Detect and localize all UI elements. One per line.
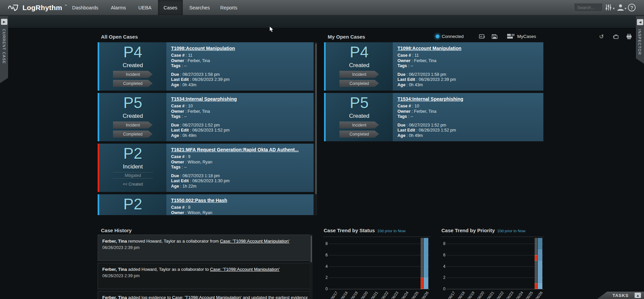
case-priority-label: P4	[350, 44, 369, 60]
chart-range-label[interactable]: 10d prior to Now	[377, 229, 406, 233]
y-axis-tick-label: 8	[441, 241, 445, 246]
current-case-tab-label[interactable]: CURRENT CASE	[2, 29, 6, 64]
history-actor: Ferber, Tina	[102, 267, 127, 272]
meta-separator: :	[415, 128, 419, 133]
case-card[interactable]: P2IncidentMitigated<< CreatedT1621:MFA R…	[98, 144, 314, 192]
tab-alarms[interactable]: Alarms	[106, 0, 130, 15]
case-card[interactable]: P4CreatedIncidentCompletedT1098:Account …	[98, 42, 314, 91]
meta-label: Due	[171, 123, 179, 128]
user-icon[interactable]	[616, 3, 625, 11]
x-axis-tick-label: 06/24	[400, 291, 409, 299]
tab-ueba[interactable]: UEBA	[133, 0, 156, 15]
status-change-button[interactable]: Incident	[339, 71, 379, 78]
bar-segment-primary	[538, 249, 542, 261]
logrhythm-logo-icon	[8, 3, 20, 13]
meta-label: Case #	[397, 104, 411, 108]
status-change-button[interactable]: Completed	[113, 131, 153, 138]
case-meta-row: Tags : --	[171, 165, 309, 170]
case-meta-dates: Due : 06/27/2023 1:18 pmLast Edit : 06/2…	[171, 173, 309, 189]
tasks-label: TASKS	[612, 293, 629, 298]
top-nav-bar: LogRhythm ™ DashboardsAlarmsUEBACasesSea…	[0, 0, 644, 15]
case-status-label: Created	[123, 113, 143, 119]
case-meta-row: Case # : 10	[397, 104, 539, 109]
case-card-priority-pane: P5CreatedIncidentCompleted	[99, 93, 166, 141]
history-case-link[interactable]: Case: 'T1098:Account Manipulation'	[210, 267, 279, 272]
meta-value: --	[184, 63, 187, 68]
undo-icon[interactable]: ↺	[599, 33, 604, 40]
meta-label: Case #	[171, 154, 184, 159]
history-case-link[interactable]: Case: 'T1098:Account Manipulation'	[220, 239, 289, 244]
case-title-link[interactable]: T1534:Internal Spearphishing	[171, 96, 237, 102]
x-axis-tick-label: 06/23	[505, 291, 514, 299]
meta-value: 10	[188, 104, 193, 108]
case-history-text: Ferber, Tina removed Howard, Taylor as a…	[102, 239, 308, 244]
case-meta-row: Last Edit : 06/26/2023 1:52 pm	[397, 128, 539, 133]
meta-separator: :	[179, 123, 182, 128]
case-title-link[interactable]: T1550.002:Pass the Hash	[171, 198, 227, 203]
case-title-link[interactable]: T1621:MFA Request Generation:Rapid Okta …	[171, 147, 299, 152]
status-change-button[interactable]: Completed	[113, 80, 153, 87]
dashboard-grid-icon[interactable]	[507, 34, 515, 39]
y-axis-tick-label: 6	[441, 253, 445, 257]
tab-cases[interactable]: Cases	[158, 0, 183, 15]
chart-range-label[interactable]: 10d prior to Now	[497, 229, 525, 233]
add-widget-icon[interactable]	[479, 34, 485, 39]
bar-segment-secondary	[421, 278, 423, 289]
history-action-text: removed Howard, Taylor as a collaborator…	[127, 239, 220, 244]
case-card[interactable]: P5CreatedIncidentCompletedT1534:Internal…	[98, 93, 314, 141]
expand-inspector-icon[interactable]: ◀	[637, 19, 643, 25]
case-meta-row: Due : 06/27/2023 1:52 pm	[397, 123, 539, 128]
tab-searches[interactable]: Searches	[184, 0, 214, 15]
history-case-link[interactable]: Case: 'T1098:Account Manipulation'	[172, 295, 241, 299]
tasks-expand-icon[interactable]: ▲	[635, 293, 641, 298]
workspace-name-label[interactable]: MyCases	[517, 34, 536, 39]
filter-sliders-icon[interactable]	[605, 4, 611, 11]
case-title-link[interactable]: T1534:Internal Spearphishing	[397, 96, 463, 102]
x-axis-tick-label: 06/17	[330, 291, 338, 299]
case-card[interactable]: P2T1550.002:Pass the HashCase # : 8Owner…	[98, 194, 314, 215]
save-layout-icon[interactable]	[492, 34, 497, 39]
case-card[interactable]: P4CreatedIncidentCompletedT1098:Account …	[324, 42, 543, 91]
case-title-link[interactable]: T1098:Account Manipulation	[171, 46, 235, 51]
case-title-link[interactable]: T1098:Account Manipulation	[397, 46, 462, 51]
case-meta-row: Owner : Wilson, Ryan	[171, 210, 309, 215]
x-axis-tick-label: 06/18	[457, 291, 466, 299]
case-meta-row: Age : 0h 49m	[171, 133, 309, 139]
meta-separator: :	[184, 160, 187, 164]
status-history-label: << Created	[113, 181, 153, 188]
status-change-button[interactable]: Incident	[339, 121, 379, 129]
tab-reports[interactable]: Reports	[216, 0, 242, 15]
add-case-icon[interactable]	[613, 34, 619, 39]
user-caret-icon[interactable]: ▼	[625, 7, 626, 10]
case-meta-primary: Case # : 11Owner : Ferber, TinaTags : --	[171, 53, 309, 69]
tasks-bar[interactable]: TASKS ▲	[597, 292, 644, 299]
status-change-button[interactable]: Incident	[113, 71, 153, 78]
logrhythm-logo: LogRhythm ™	[8, 3, 67, 13]
print-icon[interactable]	[626, 34, 632, 39]
meta-separator: :	[407, 114, 410, 119]
case-meta-row: Last Edit : 06/26/2023 2:39 pm	[171, 77, 309, 83]
meta-value: 0h 49m	[409, 133, 423, 138]
meta-label: Owner	[397, 109, 411, 114]
case-meta-row: Age : 0h 43m	[397, 83, 539, 88]
status-change-button[interactable]: Mitigated	[113, 172, 153, 179]
y-axis-tick-label: 8	[323, 241, 328, 246]
status-change-button[interactable]: Completed	[339, 131, 379, 138]
expand-current-case-icon[interactable]: ▶	[1, 19, 7, 25]
case-history-scrollbar[interactable]	[310, 235, 312, 299]
status-change-button[interactable]: Completed	[339, 80, 379, 87]
tab-dashboards[interactable]: Dashboards	[67, 0, 103, 15]
meta-value: Ferber, Tina	[187, 58, 210, 63]
inspector-tab-label[interactable]: INSPECTOR	[638, 29, 642, 55]
status-change-button[interactable]: Incident	[113, 121, 153, 129]
x-axis-tick-label: 06/22	[496, 291, 504, 299]
history-action-suffix: and updated the earliest evidence date	[241, 295, 308, 299]
search-input[interactable]	[574, 3, 603, 12]
filter-caret-icon[interactable]: ▼	[613, 7, 614, 10]
help-icon[interactable]: ?	[628, 4, 636, 11]
chart-gridline	[329, 278, 430, 278]
all-open-cases-scrollbar[interactable]	[315, 42, 317, 215]
y-axis-tick-label: 2	[323, 275, 328, 280]
case-meta-row: Due : 06/27/2023 1:18 pm	[171, 173, 309, 179]
case-card[interactable]: P5CreatedIncidentCompletedT1534:Internal…	[324, 93, 543, 141]
